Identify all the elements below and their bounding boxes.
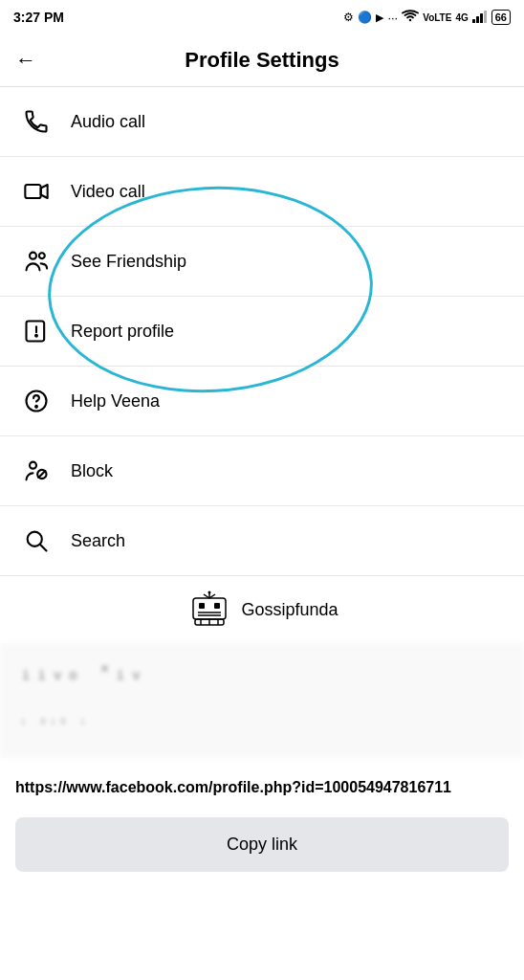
signal-icon <box>472 10 488 26</box>
status-icons: ⚙ 🔵 ▶ ··· VoLTE 4G 66 <box>343 10 511 26</box>
more-icon: ··· <box>387 11 398 25</box>
menu-item-audio-call[interactable]: Audio call <box>0 87 524 157</box>
copy-link-button[interactable]: Copy link <box>15 817 509 872</box>
friendship-icon <box>19 244 54 278</box>
report-icon <box>19 314 54 348</box>
copy-link-label: Copy link <box>227 835 297 855</box>
svg-rect-4 <box>25 185 40 198</box>
page-title: Profile Settings <box>185 48 338 73</box>
blurred-line-1: ᵢᵢᵥₒ ˣᵢᵥ <box>19 658 505 685</box>
menu-item-search[interactable]: Search <box>0 506 524 576</box>
svg-marker-5 <box>41 185 48 198</box>
menu-item-report-profile[interactable]: Report profile <box>0 297 524 367</box>
help-icon <box>19 384 54 418</box>
see-friendship-label: See Friendship <box>71 252 186 272</box>
status-bar: 3:27 PM ⚙ 🔵 ▶ ··· VoLTE 4G 66 <box>0 0 524 34</box>
svg-point-12 <box>35 406 37 408</box>
settings-icon: ⚙ <box>343 11 354 24</box>
search-icon <box>19 523 54 558</box>
svg-point-19 <box>208 591 211 594</box>
volte-label: VoLTE <box>423 12 451 23</box>
block-label: Block <box>71 461 113 481</box>
svg-line-17 <box>40 545 46 550</box>
wifi-icon <box>402 10 419 26</box>
svg-rect-23 <box>199 603 205 609</box>
svg-point-7 <box>39 253 45 258</box>
menu-item-see-friendship[interactable]: See Friendship <box>0 227 524 297</box>
blurred-content: ᵢᵢᵥₒ ˣᵢᵥ ᵢ ₀ᵢ₀ ᵢ <box>0 643 524 758</box>
svg-rect-24 <box>214 603 220 609</box>
blurred-line-2: ᵢ ₀ᵢ₀ ᵢ <box>19 712 505 727</box>
svg-rect-2 <box>480 13 483 23</box>
svg-point-6 <box>30 253 36 259</box>
menu-item-help-veena[interactable]: Help Veena <box>0 367 524 436</box>
svg-rect-3 <box>484 11 487 23</box>
phone-icon <box>19 104 54 139</box>
4g-label: 4G <box>455 12 468 23</box>
profile-url: https://www.facebook.com/profile.php?id=… <box>15 779 451 795</box>
menu-item-video-call[interactable]: Video call <box>0 157 524 227</box>
video-call-label: Video call <box>71 182 145 202</box>
svg-rect-0 <box>472 19 475 23</box>
svg-rect-1 <box>476 16 479 23</box>
help-veena-label: Help Veena <box>71 391 160 412</box>
svg-point-10 <box>35 335 37 337</box>
menu-item-block[interactable]: Block <box>0 436 524 506</box>
report-profile-label: Report profile <box>71 322 174 342</box>
watermark-section: Gossipfunda <box>0 576 524 643</box>
svg-rect-8 <box>27 322 45 342</box>
video-icon <box>19 174 54 209</box>
header: ← Profile Settings <box>0 34 524 87</box>
play-icon: ▶ <box>376 11 383 24</box>
battery-icon: 66 <box>491 10 511 25</box>
search-label: Search <box>71 531 125 551</box>
back-button[interactable]: ← <box>15 48 36 73</box>
menu-list: Audio call Video call See Friendship <box>0 87 524 576</box>
svg-point-13 <box>30 462 36 469</box>
status-time: 3:27 PM <box>13 10 64 25</box>
bluetooth-icon: 🔵 <box>358 11 372 24</box>
watermark-image: Gossipfunda <box>186 590 338 629</box>
watermark-label: Gossipfunda <box>241 600 338 620</box>
svg-line-15 <box>38 471 45 478</box>
block-icon <box>19 454 54 488</box>
url-section: https://www.facebook.com/profile.php?id=… <box>0 758 524 812</box>
audio-call-label: Audio call <box>71 112 145 132</box>
